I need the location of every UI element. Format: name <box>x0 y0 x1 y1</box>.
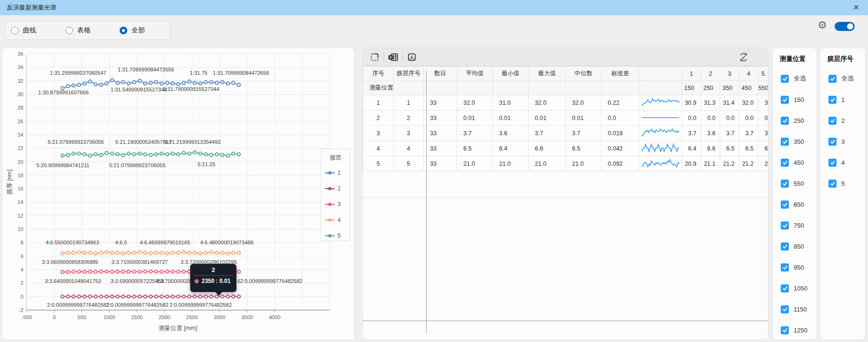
column-header[interactable]: 最小值 <box>493 67 529 81</box>
svg-text:14: 14 <box>18 199 23 205</box>
position-checkbox-1050[interactable]: 1050 <box>773 278 817 299</box>
column-header[interactable]: 膜层序号 <box>394 67 424 81</box>
svg-text:4:6.480000019073486: 4:6.480000019073486 <box>200 240 254 245</box>
table-row[interactable]: 33333.73.63.73.70.0193.73.63.73.73 <box>363 126 768 141</box>
svg-text:28: 28 <box>18 105 23 111</box>
position-checkbox-750[interactable]: 750 <box>773 215 817 236</box>
subheader-cell: 250 <box>701 81 720 95</box>
svg-text:3000: 3000 <box>214 314 225 320</box>
subheader-cell <box>566 81 602 95</box>
table-cell: 21.0 <box>457 156 493 171</box>
column-header[interactable]: 平均值 <box>457 67 493 81</box>
table-cell: 0.019 <box>602 126 639 141</box>
column-header[interactable]: 最大值 <box>529 67 566 81</box>
checkbox-label: 1050 <box>794 285 807 292</box>
view-mode-radio-曲线[interactable]: 曲线 <box>11 26 60 35</box>
layer-checkbox-5[interactable]: 5 <box>820 173 865 194</box>
table-row[interactable]: 22330.010.010.010.010.00.00.00.00.00 <box>363 111 768 126</box>
position-checkbox-950[interactable]: 950 <box>773 257 817 278</box>
position-checkbox-550[interactable]: 550 <box>773 173 817 194</box>
gear-icon[interactable]: ⚙ <box>817 19 827 31</box>
column-header[interactable] <box>639 67 682 81</box>
svg-text:1500: 1500 <box>131 314 143 320</box>
sync-check-icon[interactable] <box>736 50 751 64</box>
column-header[interactable]: 1 <box>682 67 701 81</box>
subheader-cell: 150 <box>682 81 701 95</box>
table-cell: 6.6 <box>529 141 566 156</box>
checkbox-checked-icon <box>781 96 789 104</box>
legend-item-4[interactable]: 4 <box>321 212 350 228</box>
checkbox-label: 350 <box>794 138 804 145</box>
subheader-cell: 350 <box>720 81 739 95</box>
column-header[interactable]: 序号 <box>363 67 394 81</box>
legend-item-5[interactable]: 5 <box>321 228 350 243</box>
view-mode-radio-全部[interactable]: 全部 <box>120 26 168 35</box>
position-checkbox-all[interactable]: 全选 <box>773 68 817 89</box>
excel-export-icon[interactable]: X <box>386 50 400 64</box>
table-row[interactable]: 44336.56.46.66.50.0426.46.66.56.56 <box>363 141 768 156</box>
radio-label: 全部 <box>132 26 145 35</box>
layer-checkbox-2[interactable]: 2 <box>820 110 865 131</box>
column-header[interactable]: 中位数 <box>566 67 602 81</box>
column-header[interactable]: 3 <box>720 67 739 81</box>
layer-checkbox-3[interactable]: 3 <box>820 131 865 152</box>
auto-refresh-toggle[interactable] <box>835 22 855 31</box>
subheader-cell: 测量位置 <box>363 81 394 95</box>
svg-text:12: 12 <box>18 213 23 219</box>
svg-text:2000: 2000 <box>159 314 170 320</box>
position-value-cell: 2 <box>758 156 768 171</box>
close-icon[interactable]: × <box>850 2 862 13</box>
svg-text:4: 4 <box>20 267 23 272</box>
radio-label: 表格 <box>77 26 91 35</box>
column-header[interactable]: 4 <box>739 67 758 81</box>
position-checkbox-250[interactable]: 250 <box>773 110 817 131</box>
stats-table: 序号膜层序号数目平均值最小值最大值中位数标准差12345测量位置15025035… <box>363 66 768 171</box>
table-row[interactable]: 113332.031.032.032.00.2230.931.331.432.0… <box>363 95 768 111</box>
position-checkbox-150[interactable]: 150 <box>773 89 817 110</box>
pdf-export-icon[interactable]: 人 <box>405 50 419 64</box>
position-checkbox-1150[interactable]: 1150 <box>773 299 817 320</box>
position-checkbox-350[interactable]: 350 <box>773 131 817 152</box>
position-value-cell: 20.9 <box>682 156 701 171</box>
checkbox-label: 2 <box>841 117 845 124</box>
controls-row: 曲线表格全部 ⚙ <box>0 15 868 45</box>
thickness-chart[interactable]: 363432302826242220181614121086420-2-5000… <box>2 48 354 340</box>
legend-item-1[interactable]: 1 <box>321 165 350 181</box>
subheader-cell <box>529 81 566 95</box>
position-value-cell: 21.2 <box>739 156 758 171</box>
layer-checkbox-1[interactable]: 1 <box>820 89 865 110</box>
view-mode-radio-表格[interactable]: 表格 <box>65 26 114 35</box>
svg-text:24: 24 <box>18 132 23 138</box>
svg-text:4:6.550000190734863: 4:6.550000190734863 <box>46 240 99 245</box>
position-value-cell: 31.3 <box>701 95 720 111</box>
checkbox-label: 450 <box>794 159 804 166</box>
tooltip-caret <box>215 292 223 296</box>
checkbox-checked-icon <box>781 75 789 83</box>
position-checkbox-1250[interactable]: 1250 <box>773 320 817 341</box>
table-cell: 2 <box>394 111 424 126</box>
svg-text:18: 18 <box>18 172 23 178</box>
table-row[interactable]: 553321.021.021.021.00.09220.921.121.221.… <box>363 156 768 171</box>
table-scroll-divider[interactable] <box>363 321 768 321</box>
column-header[interactable]: 5 <box>758 67 768 81</box>
legend-item-2[interactable]: 2 <box>321 181 350 196</box>
legend-item-3[interactable]: 3 <box>321 196 350 212</box>
column-header[interactable]: 标准差 <box>602 67 639 81</box>
position-filter-panel: 测量位置 全选150250350450550650750850950105011… <box>772 48 817 340</box>
position-checkbox-450[interactable]: 450 <box>773 152 817 173</box>
layer-checkbox-all[interactable]: 全选 <box>820 68 865 89</box>
toolbar-separator <box>402 52 403 62</box>
position-value-cell: 6.6 <box>701 141 720 156</box>
table-cell: 4 <box>363 141 394 156</box>
checkbox-checked-icon <box>781 138 789 146</box>
svg-text:1:31.75: 1:31.75 <box>190 70 207 76</box>
table-cell: 3.7 <box>529 126 566 141</box>
table-cell: 1 <box>394 95 424 111</box>
column-header[interactable]: 2 <box>701 67 720 81</box>
selection-export-icon[interactable] <box>368 50 382 64</box>
position-checkbox-650[interactable]: 650 <box>773 194 817 215</box>
position-checkbox-850[interactable]: 850 <box>773 236 817 257</box>
layer-checkbox-4[interactable]: 4 <box>820 152 865 173</box>
sparkline-cell <box>639 126 682 141</box>
column-header[interactable]: 数目 <box>424 67 457 81</box>
